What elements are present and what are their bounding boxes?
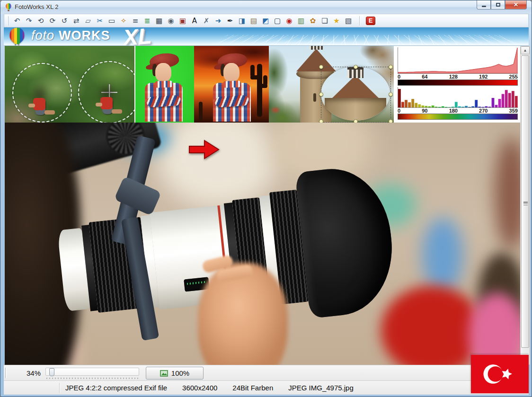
status-bar: JPEG 4:2:2 compressed Exif file 3600x240… <box>4 380 529 395</box>
draw-pen-icon[interactable]: ✒ <box>225 15 235 26</box>
zoom-slider-ticks <box>46 378 138 379</box>
hist-tick: 270 <box>479 108 488 114</box>
thumbnail-clone-demo[interactable] <box>5 46 134 123</box>
scroll-up-arrow[interactable]: ▲ <box>521 46 530 54</box>
photo-collage-icon[interactable]: ▥ <box>296 15 306 26</box>
sample-strip: 0 64 128 192 255 0 90 180 270 359 <box>5 46 520 123</box>
fit-100-icon <box>160 370 168 377</box>
batch-processing-icon[interactable]: ▧ <box>344 15 353 26</box>
status-dimensions: 3600x2400 <box>182 384 217 392</box>
zoom-100-label: 100% <box>171 369 189 377</box>
landscape-image-icon[interactable]: ▤ <box>249 15 258 26</box>
retouch-wand-icon[interactable]: ✧ <box>119 15 128 26</box>
toolbar: ↶ ↷ ⟲ ⟳ ↺ ⇄ ▱ ✂ ▭ ✧ ≡ ≣ ▦ ◉ ▣ A ✗ ➜ ✒ ◨ … <box>4 14 529 27</box>
luminance-gradient-bar <box>398 79 518 86</box>
selection-handle[interactable] <box>389 65 393 69</box>
zoom-100-button[interactable]: 100% <box>146 367 204 379</box>
window-title: FotoWorks XL 2 <box>15 3 58 10</box>
crop-icon[interactable]: ▭ <box>107 15 116 26</box>
copy-shape-icon[interactable]: ❏ <box>320 15 329 26</box>
histogram-panel: 0 64 128 192 255 0 90 180 270 359 <box>396 46 520 123</box>
rotate-left-icon[interactable]: ⟲ <box>36 15 45 26</box>
selection-icon[interactable]: ▦ <box>154 15 164 26</box>
zoom-percent: 34% <box>27 369 41 377</box>
zoom-slider-track[interactable] <box>45 368 139 376</box>
close-button[interactable]: ✕ <box>505 0 527 9</box>
logo-text-foto: foto <box>31 28 54 43</box>
bg-blur-blue2 <box>422 217 463 293</box>
logo-text-works: WORKS <box>59 28 110 43</box>
selection-bounds <box>321 67 391 123</box>
thumbnail-greenscreen-before[interactable] <box>135 46 194 123</box>
selection-handle[interactable] <box>389 92 393 97</box>
exif-icon[interactable]: E <box>366 17 375 25</box>
effects-icon[interactable]: ✗ <box>202 15 211 26</box>
hist-tick: 0 <box>398 74 400 79</box>
status-format: JPEG 4:2:2 compressed Exif file <box>65 384 167 392</box>
luminance-histogram <box>398 47 518 74</box>
image-preview-icon[interactable]: ◨ <box>237 15 247 26</box>
insert-text-icon[interactable]: A <box>190 15 199 26</box>
image-canvas[interactable] <box>5 123 520 365</box>
arrow-icon <box>188 139 220 160</box>
selection-handle[interactable] <box>319 92 323 97</box>
brightness-levels-icon[interactable]: ≡ <box>131 15 140 26</box>
logo-balloon-icon <box>7 27 27 46</box>
hue-histogram <box>398 87 518 108</box>
status-cell-empty <box>4 383 60 393</box>
status-color-depth: 24Bit Farben <box>232 384 273 392</box>
selection-handle[interactable] <box>354 119 358 123</box>
cut-icon[interactable]: ✂ <box>95 15 105 26</box>
hist-tick: 90 <box>422 108 427 114</box>
maximize-button[interactable] <box>491 0 505 9</box>
status-filename: JPEG IMG_4975.jpg <box>288 384 354 392</box>
thumbnail-castle-selection[interactable] <box>269 46 394 123</box>
hist-tick: 128 <box>449 74 458 79</box>
flip-horizontal-icon[interactable]: ⇄ <box>71 15 81 26</box>
boy-figure-composited <box>207 51 259 122</box>
logo-banner: foto WORKS XL <box>4 27 529 46</box>
toolbar-grip <box>7 16 9 26</box>
zoom-slider-thumb[interactable] <box>49 368 54 376</box>
turkey-flag[interactable] <box>471 354 529 394</box>
rotate-right-icon[interactable]: ⟳ <box>48 15 57 26</box>
hiker-figure <box>27 88 56 123</box>
minimize-button[interactable] <box>477 0 491 9</box>
zoombar-grip <box>5 368 7 378</box>
image-frame-icon[interactable]: ▣ <box>178 15 187 26</box>
hiker-figure-clone <box>95 87 123 123</box>
mesh-graphic <box>203 35 529 45</box>
selection-handle[interactable] <box>354 65 358 69</box>
canvas-size-icon[interactable]: ▱ <box>83 15 93 26</box>
hue-ticks: 0 90 180 270 359 <box>398 108 518 114</box>
zoom-bar: 34% 100% <box>4 365 529 380</box>
scrollbar-thumb[interactable] <box>521 55 529 348</box>
camera-import-icon[interactable]: ◉ <box>166 15 176 26</box>
hist-tick: 64 <box>422 74 427 79</box>
hist-tick: 180 <box>449 108 458 114</box>
color-correction-icon[interactable]: ≣ <box>142 15 152 26</box>
border-frame-icon[interactable]: ▢ <box>273 15 282 26</box>
selection-handle[interactable] <box>319 119 323 123</box>
undo-icon[interactable]: ↶ <box>12 15 22 26</box>
selection-handle[interactable] <box>389 119 393 123</box>
vertical-scrollbar[interactable]: ▲ <box>520 46 530 365</box>
rotate-180-icon[interactable]: ↺ <box>60 15 69 26</box>
app-balloon-icon <box>4 3 13 11</box>
zoom-slider[interactable] <box>45 367 139 379</box>
favorites-star-icon[interactable]: ★ <box>332 15 341 26</box>
insert-image-icon[interactable]: ➜ <box>213 15 223 26</box>
hist-tick: 192 <box>479 74 488 79</box>
thumbnail-greenscreen-after[interactable] <box>194 46 269 123</box>
fill-color-icon[interactable]: ◩ <box>261 15 270 26</box>
hue-gradient-bar <box>398 114 518 120</box>
bg-blur-maroon <box>495 137 520 250</box>
redo-icon[interactable]: ↷ <box>24 15 34 26</box>
effects-pack-icon[interactable]: ✿ <box>308 15 318 26</box>
toolbar-separator <box>359 16 360 26</box>
red-eye-icon[interactable]: ◉ <box>284 15 294 26</box>
title-bar[interactable]: FotoWorks XL 2 ✕ <box>0 0 532 14</box>
hist-tick: 0 <box>398 108 400 114</box>
hist-tick: 255 <box>509 74 518 79</box>
selection-handle[interactable] <box>319 65 323 69</box>
